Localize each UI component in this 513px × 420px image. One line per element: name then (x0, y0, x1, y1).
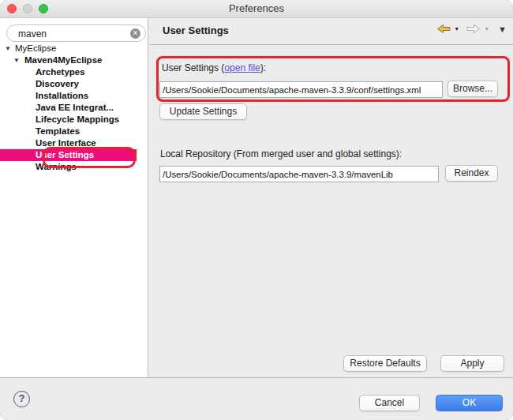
panel-header: User Settings ▼ ▼ ▼ (149, 18, 513, 45)
tree-item-warnings[interactable]: Warnings (0, 161, 137, 173)
local-repository-path-field[interactable] (159, 166, 439, 182)
filter-search-box[interactable]: ✕ (6, 24, 146, 42)
tree-item-user-settings[interactable]: User Settings (0, 149, 137, 161)
tree-item-templates[interactable]: Templates (0, 126, 137, 137)
tree-item-archetypes[interactable]: Archetypes (0, 66, 137, 78)
tree-item-label: Java EE Integrat... (36, 102, 114, 114)
ok-button[interactable]: OK (436, 395, 503, 411)
window-title: Preferences (0, 0, 513, 17)
tree-item-label: MyEclipse (15, 43, 56, 54)
tree-item-label: Maven4MyEclipse (24, 54, 102, 66)
reindex-button[interactable]: Reindex (445, 165, 498, 182)
user-settings-label-suffix: ): (260, 62, 266, 73)
update-settings-button[interactable]: Update Settings (159, 103, 247, 120)
user-settings-label-prefix: User Settings ( (162, 62, 224, 73)
dialog-footer: ? Cancel OK (0, 377, 513, 420)
user-settings-path-field[interactable] (159, 81, 443, 98)
sidebar: ✕ ▼ MyEclipse ▼ Maven4MyEclipse Archetyp… (0, 18, 148, 377)
tree-item-lifecycle-mappings[interactable]: Lifecycle Mappings (0, 114, 137, 126)
tree-item-user-interface[interactable]: User Interface (0, 137, 137, 149)
clear-search-icon[interactable]: ✕ (130, 28, 140, 39)
tree-item-myeclipse[interactable]: ▼ MyEclipse (0, 43, 137, 54)
page-title: User Settings (163, 24, 229, 36)
preferences-window: Preferences ✕ ▼ MyEclipse ▼ Maven4MyEcli… (0, 0, 513, 420)
back-arrow-icon[interactable] (436, 24, 451, 34)
tree-item-maven4myeclipse[interactable]: ▼ Maven4MyEclipse (0, 54, 137, 66)
forward-history-dropdown-icon: ▼ (484, 26, 489, 32)
tree-item-label: User Interface (36, 137, 96, 149)
open-file-link[interactable]: open file (224, 62, 260, 73)
disclosure-triangle-icon[interactable]: ▼ (13, 54, 20, 66)
title-bar: Preferences (0, 0, 513, 18)
tree-item-label: Installations (36, 90, 88, 102)
search-input[interactable] (17, 26, 130, 42)
tree-item-label: User Settings (36, 149, 94, 161)
browse-button[interactable]: Browse... (447, 81, 498, 97)
tree-item-label: Discovery (36, 78, 79, 90)
tree-item-label: Lifecycle Mappings (36, 114, 119, 126)
apply-button[interactable]: Apply (440, 355, 504, 372)
user-settings-label: User Settings (open file): (162, 62, 266, 73)
tree-item-label: Templates (36, 126, 80, 137)
local-repository-label: Local Repository (From merged user and g… (160, 148, 402, 159)
tree-item-discovery[interactable]: Discovery (0, 78, 137, 90)
view-menu-icon[interactable]: ▼ (498, 24, 507, 34)
tree-item-installations[interactable]: Installations (0, 90, 137, 102)
tree-item-label: Warnings (36, 161, 77, 173)
preferences-tree: ▼ MyEclipse ▼ Maven4MyEclipse Archetypes… (0, 43, 147, 377)
help-button[interactable]: ? (13, 391, 30, 407)
cancel-button[interactable]: Cancel (359, 395, 420, 411)
tree-item-java-ee-integrat[interactable]: Java EE Integrat... (0, 102, 137, 114)
user-settings-panel: User Settings (open file): Browse... Upd… (149, 45, 513, 377)
disclosure-triangle-icon[interactable]: ▼ (5, 43, 11, 54)
forward-arrow-icon (466, 24, 481, 34)
tree-item-label: Archetypes (36, 66, 85, 78)
back-history-dropdown-icon[interactable]: ▼ (454, 26, 459, 32)
restore-defaults-button[interactable]: Restore Defaults (343, 355, 427, 372)
